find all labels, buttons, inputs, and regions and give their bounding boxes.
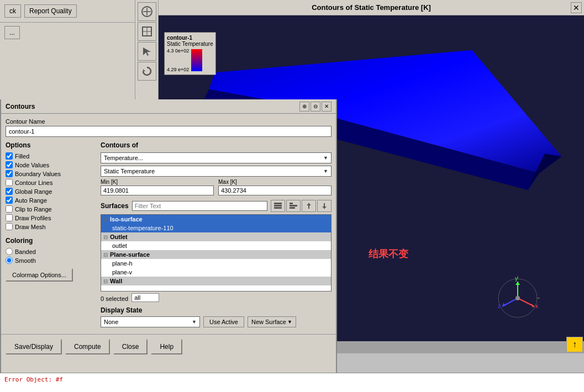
wall-toggle: ⊟ [103,278,108,284]
item-plane-h[interactable]: plane-h [101,259,331,268]
options-contours-row: Options Filled Node Values Boundary Valu… [6,141,332,327]
draw-profiles-checkbox[interactable] [6,214,13,221]
draw-mesh-label: Draw Mesh [15,224,46,230]
group-wall[interactable]: ⊟ Wall [101,277,331,285]
contours-of-dropdown[interactable]: Temperature... [101,152,332,163]
options-column: Options Filled Node Values Boundary Valu… [6,141,94,327]
toolbar-top: ck Report Quality [0,0,135,23]
clip-range-label: Clip to Range [15,206,52,213]
surface-btn-down[interactable] [317,200,332,212]
auto-range-label: Auto Range [15,197,47,204]
new-surface-button[interactable]: New Surface ▼ [248,316,296,327]
draw-mesh-checkbox-row: Draw Mesh [6,223,94,230]
selected-count-row: 0 selected [101,293,332,302]
contour-name-input[interactable] [6,126,332,137]
auto-range-checkbox[interactable] [6,197,13,204]
surfaces-list[interactable]: ⊟ Iso-surface static-temperature-110 ⊟ O… [101,214,332,292]
filled-checkbox-row: Filled [6,152,94,160]
svg-rect-25 [274,205,282,206]
save-display-button[interactable]: Save/Display [6,339,62,354]
action-buttons-row: Save/Display Compute Close Help [1,334,336,359]
surface-buttons [271,200,332,212]
svg-marker-6 [143,47,151,56]
surface-filter-field[interactable] [131,293,159,302]
clip-range-checkbox[interactable] [6,205,13,213]
dialog-controls: ⊕ ⊖ ✕ [299,102,332,112]
node-values-checkbox-row: Node Values [6,161,94,168]
dots-button[interactable]: ... [4,26,20,39]
help-button[interactable]: Help [151,339,182,354]
banded-radio[interactable] [6,248,13,255]
report-quality-button[interactable]: Report Quality [24,4,77,18]
global-range-checkbox[interactable] [6,188,13,195]
contours-column: Contours of Temperature... Static Temper… [101,141,332,327]
contour-lines-label: Contour Lines [15,179,53,186]
close-button[interactable]: Close [113,339,148,354]
svg-marker-33 [322,206,327,209]
toolbar-icon-1[interactable] [138,2,156,21]
ck-button[interactable]: ck [4,4,21,18]
min-label: Min [K] [101,179,214,185]
banded-radio-row: Banded [6,248,94,255]
surfaces-filter-input[interactable] [132,201,267,211]
error-text: Error Object: #f [4,376,63,383]
draw-mesh-checkbox[interactable] [6,223,13,230]
selected-count: 0 selected [101,295,128,302]
smooth-radio[interactable] [6,257,13,264]
display-state-dropdown[interactable]: None [101,316,200,327]
surfaces-label: Surfaces [101,202,129,210]
item-outlet[interactable]: outlet [101,241,331,250]
surface-btn-deselect[interactable] [286,200,301,212]
group-iso-surface[interactable]: ⊟ Iso-surface [101,215,331,224]
use-active-button[interactable]: Use Active [203,316,244,327]
surface-btn-up[interactable] [302,200,316,212]
surface-btn-all[interactable] [271,200,285,212]
global-range-label: Global Range [15,188,52,195]
toolbar-icon-refresh[interactable] [138,62,156,81]
node-values-checkbox[interactable] [6,161,13,168]
new-surface-label: New Surface [251,319,286,325]
yellow-action-button[interactable]: ↑ [566,337,583,352]
group-plane-surface[interactable]: ⊟ Plane-surface [101,250,331,259]
svg-text:z: z [498,303,501,309]
clip-range-checkbox-row: Clip to Range [6,205,94,213]
dialog-close-button[interactable]: ✕ [322,102,332,112]
dialog-body: Contour Name Options Filled Node Values … [1,114,336,332]
max-input[interactable] [218,186,332,195]
dialog-expand-button[interactable]: ⊕ [299,102,309,112]
iso-surface-name: Iso-surface [110,216,143,223]
smooth-radio-row: Smooth [6,257,94,264]
display-state-label: Display State [101,306,332,314]
group-outlet[interactable]: ⊟ Outlet [101,232,331,241]
boundary-values-label: Boundary Values [15,171,61,177]
viz-close-button[interactable]: ✕ [571,2,582,13]
svg-rect-24 [274,203,282,204]
icon-toolbar [135,0,159,99]
item-plane-v[interactable]: plane-v [101,268,331,277]
svg-point-18 [515,296,520,300]
toolbar-icon-2[interactable] [138,22,156,41]
colormap-options-button[interactable]: Colormap Options... [6,268,73,282]
dialog-collapse-button[interactable]: ⊖ [311,102,320,112]
colormap-row: Colormap Options... [6,268,94,282]
yellow-btn-icon: ↑ [572,340,577,349]
min-input[interactable] [101,186,214,195]
svg-rect-29 [290,207,295,209]
compute-button[interactable]: Compute [65,339,110,354]
toolbar-icon-cursor[interactable] [138,42,156,61]
contour-lines-checkbox[interactable] [6,179,13,186]
contour-name-label: Contour Name [6,118,332,125]
temperature-type-dropdown[interactable]: Static Temperature [101,166,332,177]
error-bar: Error Object: #f [0,373,584,392]
boundary-values-checkbox[interactable] [6,170,13,177]
display-state-section: Display State None Use Active New Surfac… [101,306,332,327]
filled-checkbox[interactable] [6,152,13,160]
contours-of-dropdown-wrapper: Temperature... [101,152,332,163]
item-static-temp-110[interactable]: static-temperature-110 [101,224,331,232]
outlet-name: Outlet [110,234,128,240]
temperature-type-dropdown-wrapper: Static Temperature [101,166,332,177]
toolbar-row2: ... [0,23,135,43]
display-state-row: None Use Active New Surface ▼ [101,316,332,327]
dialog-title: Contours [6,103,35,110]
filled-label: Filled [15,153,29,160]
